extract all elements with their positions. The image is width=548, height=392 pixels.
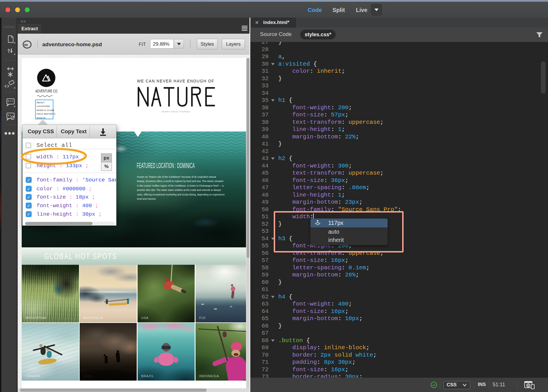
svg-text:∞: ∞ <box>24 42 28 48</box>
